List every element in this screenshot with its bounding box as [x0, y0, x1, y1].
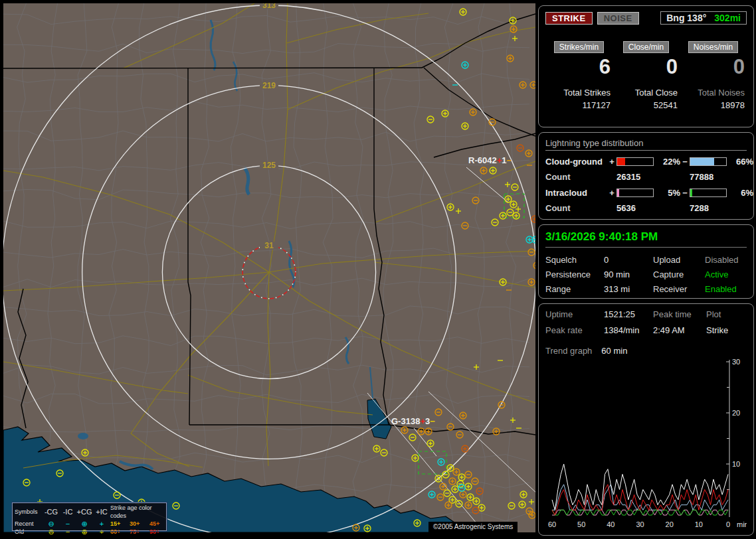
- setting-label: Upload: [653, 255, 705, 265]
- x-tick-label: 40: [607, 520, 614, 528]
- legend-symbols-header: Symbols: [15, 508, 43, 516]
- x-tick-label: 30: [636, 520, 644, 528]
- x-tick-label: 10: [695, 520, 703, 528]
- trend-series-total-strikes: [552, 464, 728, 510]
- distribution-count-row: Count56367288: [545, 203, 747, 213]
- legend-strike-symbol: ⊖: [43, 528, 60, 536]
- legend-strike-symbol: ⊖: [43, 520, 60, 528]
- trend-series--ic-rate: [552, 510, 728, 515]
- legend-age-code: 15+: [110, 520, 130, 528]
- trend-series--cg-rate: [552, 485, 728, 510]
- negative-bar: [690, 157, 727, 166]
- ring-distance-label: 31: [264, 241, 274, 250]
- session-rows: Uptime1521:25Peak timePlotPeak rate1384/…: [545, 309, 747, 335]
- legend-age-code: 90+: [149, 528, 169, 536]
- rate-total-value: 52541: [614, 100, 678, 110]
- setting-label: Persistence: [545, 270, 604, 279]
- distribution-type-label: Intracloud: [545, 188, 607, 198]
- legend-strike-symbol: −: [60, 528, 76, 536]
- datetime-display: 3/16/2026 9:40:18 PM: [545, 230, 747, 248]
- x-tick-label: 0: [726, 520, 730, 528]
- rate-total-label: Total Noises: [682, 88, 745, 98]
- strikestar-app: R-6042+1−G-3138+3− 31321912531 Symbols-C…: [0, 0, 756, 539]
- ring-distance-label: 313: [262, 3, 276, 10]
- negative-bar-fill: [690, 158, 714, 165]
- distribution-row: Intracloud+5%−6%: [545, 188, 747, 198]
- rate-column: Strikes/min6Total Strikes117127: [545, 40, 613, 110]
- rate-value: 0: [614, 56, 678, 77]
- count-label: Count: [545, 203, 616, 213]
- x-tick-label: 50: [577, 520, 585, 528]
- positive-bar: [616, 157, 654, 166]
- setting-value: Active: [705, 270, 747, 279]
- legend-strike-symbol: ⊕: [76, 528, 93, 536]
- positive-count: 26315: [616, 172, 690, 182]
- legend-age-code: 30+: [130, 520, 149, 528]
- setting-value: 0: [604, 255, 653, 265]
- bearing-distance: 302mi: [714, 13, 741, 23]
- ring-distance-label: 219: [262, 81, 276, 90]
- minus-sign: −: [680, 157, 690, 167]
- setting-label: Capture: [653, 270, 705, 279]
- setting-value: Enabled: [705, 284, 747, 294]
- legend-age-code: 60+: [110, 528, 130, 536]
- map-legend: Symbols-CG-IC+CG+ICStrike age color code…: [12, 502, 167, 531]
- legend-column-header: -CG: [43, 508, 60, 516]
- plus-sign: +: [607, 188, 616, 198]
- y-tick-label: 20: [732, 409, 740, 417]
- y-tick-label: 30: [732, 358, 740, 366]
- distribution-row: Cloud-ground+22%−66%: [545, 157, 747, 167]
- settings-group: 3/16/2026 9:40:18 PM Squelch0UploadDisab…: [538, 224, 754, 299]
- legend-row-label: Recent: [15, 520, 43, 528]
- distribution-rows: Cloud-ground+22%−66%Count2631577888Intra…: [545, 157, 747, 213]
- plus-sign: +: [607, 157, 616, 167]
- negative-percent: 6%: [727, 188, 753, 198]
- legend-strike-symbol: +: [93, 520, 110, 528]
- cell-label: G-3138+3−: [391, 416, 435, 426]
- lake: [78, 433, 88, 439]
- negative-bar-fill: [690, 189, 692, 196]
- session-cell: Uptime: [545, 309, 604, 319]
- positive-bar-fill: [617, 158, 625, 165]
- setting-value: 313 mi: [604, 284, 653, 294]
- y-tick-label: 10: [732, 460, 740, 468]
- session-cell: Strike: [706, 325, 747, 335]
- legend-age-code: 75+: [130, 528, 149, 536]
- rate-value: 6: [547, 56, 611, 77]
- bearing-label: Bng 138°: [666, 13, 706, 23]
- status-panel: STRIKE NOISE Bng 138° 302mi Strikes/min6…: [538, 5, 754, 539]
- rates-group: STRIKE NOISE Bng 138° 302mi Strikes/min6…: [538, 5, 754, 127]
- distribution-count-row: Count2631577888: [545, 172, 747, 182]
- rate-column: Close/min0Total Close52541: [613, 40, 680, 110]
- x-tick-label: 20: [666, 520, 674, 528]
- ring-distance-label: 125: [262, 161, 276, 170]
- rate-total-value: 18978: [682, 100, 745, 110]
- rate-total-value: 117127: [547, 100, 611, 110]
- session-cell: 1384/min: [604, 325, 653, 335]
- noise-mode-button[interactable]: NOISE: [597, 12, 639, 25]
- positive-bar: [616, 189, 654, 197]
- legend-column-header: -IC: [60, 508, 76, 516]
- rate-total-label: Total Close: [614, 88, 678, 98]
- positive-percent: 22%: [654, 157, 680, 167]
- session-cell: Peak time: [653, 309, 706, 319]
- x-axis-unit: min: [737, 520, 747, 528]
- setting-label: Squelch: [545, 255, 604, 265]
- legend-column-header: +IC: [93, 508, 110, 516]
- session-group: Uptime1521:25Peak timePlotPeak rate1384/…: [538, 303, 754, 536]
- strike-mode-button[interactable]: STRIKE: [545, 12, 593, 25]
- negative-count: 7288: [690, 203, 747, 213]
- negative-count: 77888: [690, 172, 747, 182]
- rate-value: 0: [682, 56, 745, 77]
- rate-column: Noises/min0Total Noises18978: [680, 40, 747, 110]
- positive-count: 5636: [616, 203, 690, 213]
- negative-bar: [690, 189, 727, 197]
- legend-strike-symbol: +: [93, 528, 110, 536]
- setting-value: 90 min: [604, 270, 653, 279]
- bearing-readout: Bng 138° 302mi: [660, 11, 747, 25]
- x-tick-label: 60: [548, 520, 556, 528]
- lightning-map[interactable]: R-6042+1−G-3138+3− 31321912531: [3, 3, 535, 532]
- cell-label: R-6042+1−: [468, 155, 512, 165]
- legend-column-header: +CG: [76, 508, 93, 516]
- distribution-group: Lightning type distribution Cloud-ground…: [538, 132, 754, 220]
